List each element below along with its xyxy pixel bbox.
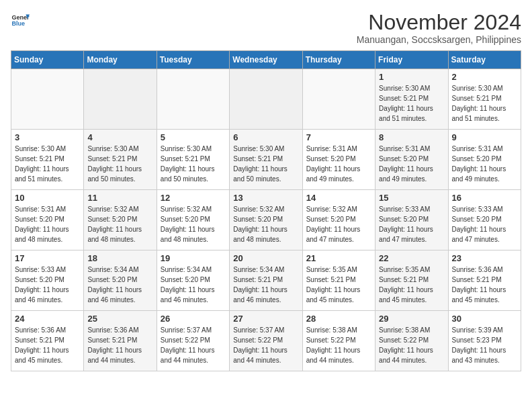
day-number: 28: [306, 314, 371, 324]
day-info: Sunrise: 5:38 AM Sunset: 5:22 PM Dayligh…: [379, 325, 444, 365]
calendar-cell: 27Sunrise: 5:37 AM Sunset: 5:22 PM Dayli…: [230, 311, 302, 371]
day-number: 27: [233, 314, 298, 324]
weekday-header-tuesday: Tuesday: [157, 51, 229, 69]
day-number: 26: [161, 314, 226, 324]
day-number: 12: [161, 193, 226, 203]
location-subtitle: Manuangan, Soccsksargen, Philippines: [357, 34, 521, 45]
weekday-header-sunday: Sunday: [11, 51, 84, 69]
day-info: Sunrise: 5:34 AM Sunset: 5:20 PM Dayligh…: [161, 265, 226, 305]
svg-text:Blue: Blue: [11, 20, 25, 27]
day-info: Sunrise: 5:30 AM Sunset: 5:21 PM Dayligh…: [452, 83, 517, 124]
calendar-cell: 9Sunrise: 5:31 AM Sunset: 5:20 PM Daylig…: [448, 130, 521, 190]
day-info: Sunrise: 5:32 AM Sunset: 5:20 PM Dayligh…: [87, 204, 152, 244]
day-info: Sunrise: 5:32 AM Sunset: 5:20 PM Dayligh…: [233, 204, 298, 244]
day-info: Sunrise: 5:36 AM Sunset: 5:21 PM Dayligh…: [15, 325, 80, 365]
day-number: 25: [87, 314, 152, 324]
day-number: 18: [87, 253, 152, 263]
day-info: Sunrise: 5:30 AM Sunset: 5:21 PM Dayligh…: [233, 144, 298, 184]
calendar-cell: 12Sunrise: 5:32 AM Sunset: 5:20 PM Dayli…: [157, 190, 229, 250]
calendar-cell: 19Sunrise: 5:34 AM Sunset: 5:20 PM Dayli…: [157, 250, 229, 311]
weekday-header-row: SundayMondayTuesdayWednesdayThursdayFrid…: [11, 51, 521, 69]
calendar-cell: 24Sunrise: 5:36 AM Sunset: 5:21 PM Dayli…: [11, 311, 84, 371]
calendar-cell: [230, 69, 302, 130]
day-number: 14: [306, 193, 371, 203]
day-info: Sunrise: 5:33 AM Sunset: 5:20 PM Dayligh…: [452, 204, 517, 244]
day-number: 3: [15, 132, 80, 142]
day-number: 5: [161, 132, 226, 142]
calendar-cell: 23Sunrise: 5:36 AM Sunset: 5:21 PM Dayli…: [448, 250, 521, 311]
calendar-cell: 17Sunrise: 5:33 AM Sunset: 5:20 PM Dayli…: [11, 250, 84, 311]
calendar-cell: 25Sunrise: 5:36 AM Sunset: 5:21 PM Dayli…: [84, 311, 157, 371]
week-row-2: 3Sunrise: 5:30 AM Sunset: 5:21 PM Daylig…: [11, 130, 521, 190]
day-info: Sunrise: 5:30 AM Sunset: 5:21 PM Dayligh…: [15, 144, 80, 184]
day-info: Sunrise: 5:31 AM Sunset: 5:20 PM Dayligh…: [306, 144, 371, 184]
page-header: General Blue November 2024 Manuangan, So…: [11, 11, 521, 45]
day-number: 4: [87, 132, 152, 142]
weekday-header-wednesday: Wednesday: [230, 51, 302, 69]
calendar-cell: 13Sunrise: 5:32 AM Sunset: 5:20 PM Dayli…: [230, 190, 302, 250]
week-row-4: 17Sunrise: 5:33 AM Sunset: 5:20 PM Dayli…: [11, 250, 521, 311]
day-number: 19: [161, 253, 226, 263]
calendar-cell: 8Sunrise: 5:31 AM Sunset: 5:20 PM Daylig…: [375, 130, 448, 190]
calendar-cell: 15Sunrise: 5:33 AM Sunset: 5:20 PM Dayli…: [375, 190, 448, 250]
day-number: 15: [379, 193, 444, 203]
calendar-cell: 6Sunrise: 5:30 AM Sunset: 5:21 PM Daylig…: [230, 130, 302, 190]
title-block: November 2024 Manuangan, Soccsksargen, P…: [357, 11, 521, 45]
calendar-cell: 26Sunrise: 5:37 AM Sunset: 5:22 PM Dayli…: [157, 311, 229, 371]
month-year-title: November 2024: [357, 11, 521, 34]
calendar-cell: 3Sunrise: 5:30 AM Sunset: 5:21 PM Daylig…: [11, 130, 84, 190]
day-info: Sunrise: 5:36 AM Sunset: 5:21 PM Dayligh…: [87, 325, 152, 365]
weekday-header-thursday: Thursday: [302, 51, 375, 69]
day-info: Sunrise: 5:32 AM Sunset: 5:20 PM Dayligh…: [306, 204, 371, 244]
day-info: Sunrise: 5:37 AM Sunset: 5:22 PM Dayligh…: [161, 325, 226, 365]
day-number: 11: [87, 193, 152, 203]
day-number: 24: [15, 314, 80, 324]
day-number: 1: [379, 72, 444, 82]
day-number: 2: [452, 72, 517, 82]
weekday-header-saturday: Saturday: [448, 51, 521, 69]
day-info: Sunrise: 5:32 AM Sunset: 5:20 PM Dayligh…: [161, 204, 226, 244]
calendar-cell: 29Sunrise: 5:38 AM Sunset: 5:22 PM Dayli…: [375, 311, 448, 371]
day-info: Sunrise: 5:33 AM Sunset: 5:20 PM Dayligh…: [379, 204, 444, 244]
calendar-cell: 30Sunrise: 5:39 AM Sunset: 5:23 PM Dayli…: [448, 311, 521, 371]
day-number: 17: [15, 253, 80, 263]
day-number: 8: [379, 132, 444, 142]
week-row-1: 1Sunrise: 5:30 AM Sunset: 5:21 PM Daylig…: [11, 69, 521, 130]
weekday-header-friday: Friday: [375, 51, 448, 69]
day-number: 16: [452, 193, 517, 203]
calendar-cell: [84, 69, 157, 130]
day-info: Sunrise: 5:31 AM Sunset: 5:20 PM Dayligh…: [452, 144, 517, 184]
day-number: 20: [233, 253, 298, 263]
day-number: 30: [452, 314, 517, 324]
calendar-cell: 4Sunrise: 5:30 AM Sunset: 5:21 PM Daylig…: [84, 130, 157, 190]
calendar-cell: 11Sunrise: 5:32 AM Sunset: 5:20 PM Dayli…: [84, 190, 157, 250]
calendar-cell: 16Sunrise: 5:33 AM Sunset: 5:20 PM Dayli…: [448, 190, 521, 250]
calendar-cell: 21Sunrise: 5:35 AM Sunset: 5:21 PM Dayli…: [302, 250, 375, 311]
day-number: 10: [15, 193, 80, 203]
calendar-cell: 2Sunrise: 5:30 AM Sunset: 5:21 PM Daylig…: [448, 69, 521, 130]
day-number: 13: [233, 193, 298, 203]
day-info: Sunrise: 5:39 AM Sunset: 5:23 PM Dayligh…: [452, 325, 517, 365]
week-row-5: 24Sunrise: 5:36 AM Sunset: 5:21 PM Dayli…: [11, 311, 521, 371]
calendar-cell: [11, 69, 84, 130]
day-number: 22: [379, 253, 444, 263]
day-info: Sunrise: 5:34 AM Sunset: 5:21 PM Dayligh…: [233, 265, 298, 305]
calendar-cell: [302, 69, 375, 130]
day-number: 9: [452, 132, 517, 142]
day-number: 7: [306, 132, 371, 142]
calendar-cell: 22Sunrise: 5:35 AM Sunset: 5:21 PM Dayli…: [375, 250, 448, 311]
logo-icon: General Blue: [11, 11, 30, 30]
day-number: 29: [379, 314, 444, 324]
day-info: Sunrise: 5:36 AM Sunset: 5:21 PM Dayligh…: [452, 265, 517, 305]
day-number: 21: [306, 253, 371, 263]
calendar-cell: 14Sunrise: 5:32 AM Sunset: 5:20 PM Dayli…: [302, 190, 375, 250]
day-info: Sunrise: 5:35 AM Sunset: 5:21 PM Dayligh…: [306, 265, 371, 305]
calendar-cell: 20Sunrise: 5:34 AM Sunset: 5:21 PM Dayli…: [230, 250, 302, 311]
day-info: Sunrise: 5:34 AM Sunset: 5:20 PM Dayligh…: [87, 265, 152, 305]
week-row-3: 10Sunrise: 5:31 AM Sunset: 5:20 PM Dayli…: [11, 190, 521, 250]
calendar-table: SundayMondayTuesdayWednesdayThursdayFrid…: [11, 50, 521, 371]
calendar-cell: 28Sunrise: 5:38 AM Sunset: 5:22 PM Dayli…: [302, 311, 375, 371]
day-number: 6: [233, 132, 298, 142]
day-info: Sunrise: 5:31 AM Sunset: 5:20 PM Dayligh…: [15, 204, 80, 244]
calendar-cell: 18Sunrise: 5:34 AM Sunset: 5:20 PM Dayli…: [84, 250, 157, 311]
